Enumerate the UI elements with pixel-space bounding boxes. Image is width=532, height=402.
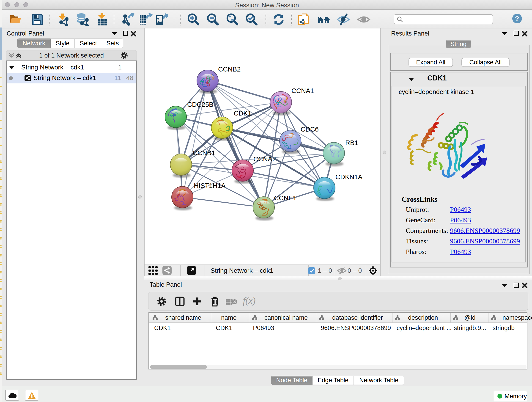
- svg-text:CCNA2: CCNA2: [253, 155, 276, 163]
- svg-text:CDC25B: CDC25B: [187, 101, 213, 108]
- svg-text:CDKN1A: CDKN1A: [336, 173, 362, 181]
- svg-text:CDK1: CDK1: [234, 109, 251, 117]
- svg-text:CCNB2: CCNB2: [218, 65, 241, 73]
- svg-text:CCNB1: CCNB1: [193, 149, 215, 157]
- svg-text:HIST1H1A: HIST1H1A: [194, 182, 226, 189]
- svg-text:CCNA1: CCNA1: [291, 87, 314, 95]
- svg-text:RB1: RB1: [345, 139, 358, 147]
- svg-text:?: ?: [515, 15, 519, 22]
- svg-text:CCNE1: CCNE1: [274, 194, 297, 202]
- svg-text:CDC6: CDC6: [301, 126, 319, 133]
